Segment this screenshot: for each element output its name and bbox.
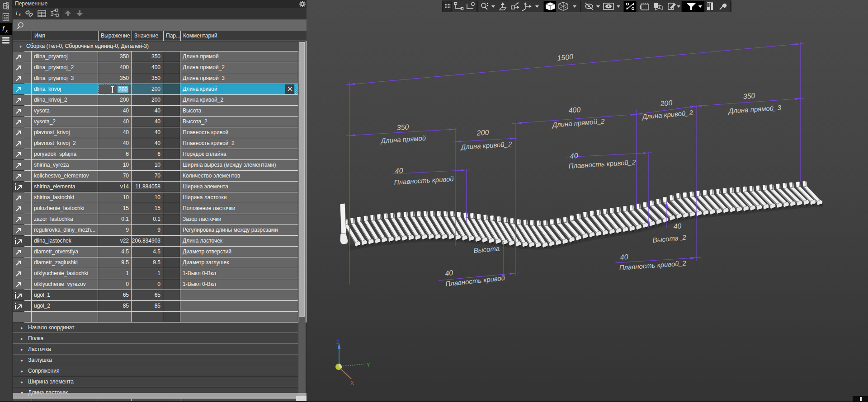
- svg-text:Длина кривой_2: Длина кривой_2: [460, 140, 512, 151]
- svg-text:350: 350: [743, 92, 755, 100]
- svg-text:f: f: [2, 25, 5, 33]
- svg-text:40: 40: [395, 167, 403, 175]
- svg-text:350: 350: [396, 123, 409, 131]
- svg-text:Плавность кривой: Плавность кривой: [445, 274, 506, 288]
- svg-text:Y: Y: [367, 362, 370, 368]
- svg-text:1500: 1500: [557, 53, 574, 62]
- svg-text:Высота: Высота: [473, 244, 500, 254]
- svg-text:400: 400: [568, 106, 581, 114]
- svg-text:X: X: [350, 380, 354, 386]
- svg-text:40: 40: [570, 152, 578, 160]
- svg-text:40: 40: [620, 253, 628, 261]
- svg-text:Длина кривой_2: Длина кривой_2: [641, 108, 693, 121]
- svg-text:200: 200: [660, 99, 673, 108]
- svg-text:f: f: [16, 9, 18, 16]
- svg-text:x: x: [5, 28, 8, 33]
- svg-text:200: 200: [476, 128, 489, 137]
- svg-text:40: 40: [673, 222, 682, 230]
- svg-text:Высота_2: Высота_2: [652, 234, 687, 244]
- svg-text:x: x: [18, 12, 21, 17]
- svg-text:Длина прямой_2: Длина прямой_2: [551, 117, 605, 129]
- svg-text:Плавность кривой_2: Плавность кривой_2: [568, 158, 636, 170]
- svg-text:Плавность кривой_2: Плавность кривой_2: [619, 259, 687, 271]
- svg-text:Z: Z: [336, 339, 340, 345]
- svg-text:Длина прямой: Длина прямой: [380, 134, 426, 145]
- svg-text:Плавность кривой: Плавность кривой: [394, 175, 454, 186]
- svg-text:40: 40: [445, 269, 454, 277]
- svg-text:Длина прямой_3: Длина прямой_3: [727, 103, 782, 115]
